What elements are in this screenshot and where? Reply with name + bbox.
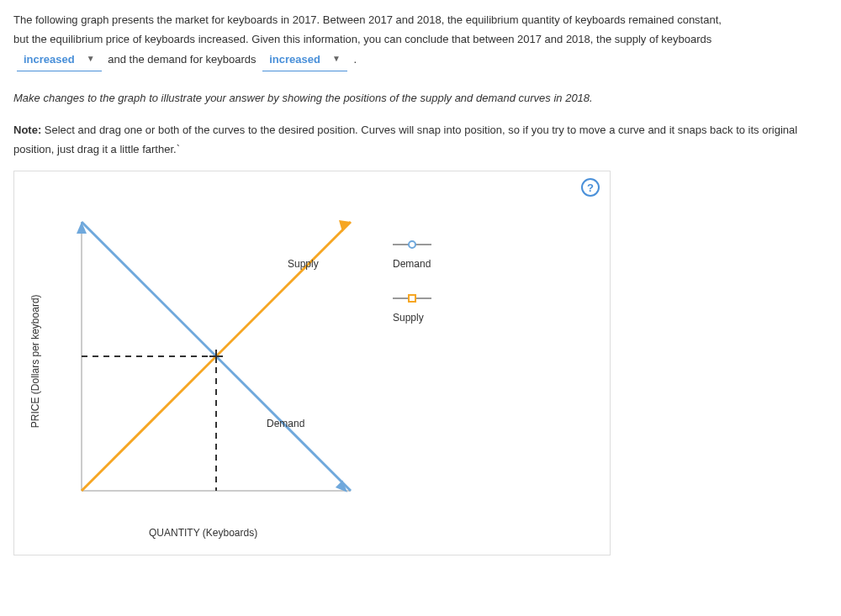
legend-supply[interactable]: Supply [393, 292, 431, 328]
supply-curve-label: Supply [288, 255, 319, 274]
legend-demand[interactable]: Demand [393, 239, 431, 274]
intro-line-2a: but the equilibrium price of keyboards i… [13, 33, 711, 45]
caret-down-icon: ▼ [87, 51, 95, 66]
intro-mid: and the demand for keyboards [108, 53, 259, 66]
intro-line-2: but the equilibrium price of keyboards i… [13, 29, 828, 49]
dropdown-demand-change[interactable]: increased ▼ [262, 50, 347, 71]
note-bold: Note: [13, 124, 41, 136]
demand-curve-label: Demand [267, 415, 304, 434]
legend-supply-icon [393, 292, 431, 304]
note-body: Select and drag one or both of the curve… [13, 124, 797, 155]
chart-svg [48, 205, 359, 516]
question-intro: The following graph presents the market … [13, 10, 828, 71]
plot-area[interactable]: Supply Demand [48, 205, 359, 516]
intro-line-3: increased ▼ and the demand for keyboards… [13, 50, 828, 71]
caret-down-icon: ▼ [332, 51, 341, 66]
dropdown-supply-change[interactable]: increased ▼ [17, 50, 102, 71]
y-axis-label-wrap: PRICE (Dollars per keyboard) [23, 205, 48, 516]
instruction-text: Make changes to the graph to illustrate … [13, 88, 828, 108]
dropdown-supply-change-value: increased [24, 50, 75, 69]
legend-supply-label: Supply [393, 309, 424, 328]
x-axis-label: QUANTITY (Keyboards) [149, 524, 610, 543]
note-text: Note: Select and drag one or both of the… [13, 120, 828, 160]
legend-demand-icon [393, 239, 431, 250]
legend: Demand Supply [359, 205, 431, 516]
intro-tail: . [353, 53, 357, 66]
y-axis-label: PRICE (Dollars per keyboard) [26, 294, 45, 428]
graph-panel: ? PRICE (Dollars per keyboard) [13, 171, 611, 555]
dropdown-demand-change-value: increased [269, 50, 320, 69]
legend-demand-label: Demand [393, 255, 431, 274]
intro-line-1: The following graph presents the market … [13, 10, 828, 29]
question-mark-icon: ? [587, 178, 594, 197]
